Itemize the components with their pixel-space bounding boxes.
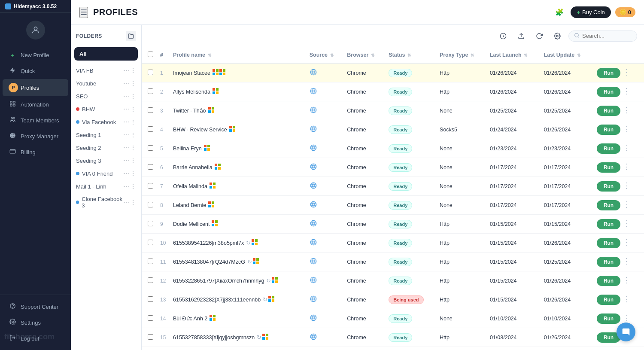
more-options-button[interactable]: ⋮ <box>622 86 632 96</box>
run-button[interactable]: Run <box>597 313 620 324</box>
more-icon[interactable]: ⋮ <box>130 119 136 125</box>
more-options-button[interactable]: ⋮ <box>622 313 632 323</box>
more-icon[interactable]: ⋮ <box>130 170 136 177</box>
sidebar-item-automation[interactable]: Automation <box>3 97 68 112</box>
avatar[interactable] <box>26 21 45 40</box>
row-checkbox[interactable] <box>148 88 153 94</box>
search-input[interactable] <box>582 33 632 39</box>
more-options-button[interactable]: ⋮ <box>622 181 632 190</box>
more-options-button[interactable]: ⋮ <box>622 143 632 152</box>
sidebar-item-support[interactable]: Support Center <box>3 299 68 314</box>
run-button[interactable]: Run <box>597 106 620 116</box>
settings-table-button[interactable] <box>550 29 564 43</box>
folder-item[interactable]: Clone Facebook 3 ⋯ ⋮ <box>71 193 141 212</box>
more-icon[interactable]: ⋮ <box>130 93 136 100</box>
col-source[interactable]: Source ⇅ <box>306 47 344 63</box>
run-button[interactable]: Run <box>597 276 620 286</box>
more-icon[interactable]: ⋮ <box>130 157 136 164</box>
share-icon[interactable]: ⋯ <box>123 157 129 164</box>
select-all-checkbox[interactable] <box>148 52 153 57</box>
row-checkbox[interactable] <box>148 315 153 321</box>
share-icon[interactable]: ⋯ <box>123 80 129 87</box>
row-checkbox[interactable] <box>148 70 153 75</box>
folder-all[interactable]: All <box>74 47 138 61</box>
row-checkbox[interactable] <box>148 259 153 264</box>
analytics-button[interactable] <box>496 29 510 43</box>
hamburger-button[interactable]: ☰ <box>79 7 88 18</box>
more-icon[interactable]: ⋮ <box>130 131 136 138</box>
share-icon[interactable]: ⋯ <box>123 183 129 190</box>
col-profile-name[interactable]: Profile name ⇅ <box>170 47 306 63</box>
share-icon[interactable]: ⋯ <box>123 144 129 151</box>
run-button[interactable]: Run <box>597 162 620 173</box>
more-options-button[interactable]: ⋮ <box>622 200 632 209</box>
folder-item[interactable]: BHW ⋯ ⋮ <box>71 103 141 116</box>
row-checkbox[interactable] <box>148 107 153 113</box>
more-options-button[interactable]: ⋮ <box>622 237 632 247</box>
run-button[interactable]: Run <box>597 295 620 305</box>
folder-item[interactable]: Seeding 2 ⋯ ⋮ <box>71 141 141 154</box>
run-button[interactable]: Run <box>597 125 620 135</box>
run-button[interactable]: Run <box>597 257 620 267</box>
more-options-button[interactable]: ⋮ <box>622 294 632 304</box>
row-checkbox[interactable] <box>148 296 153 302</box>
share-icon[interactable]: ⋯ <box>123 119 129 125</box>
add-folder-button[interactable] <box>126 31 136 41</box>
row-checkbox[interactable] <box>148 202 153 207</box>
sidebar-item-new-profile[interactable]: + New Profile <box>3 48 68 63</box>
more-icon[interactable]: ⋮ <box>130 183 136 190</box>
run-button[interactable]: Run <box>597 143 620 154</box>
buy-coin-button[interactable]: + Buy Coin <box>571 6 611 18</box>
run-button[interactable]: Run <box>597 181 620 192</box>
more-icon[interactable]: ⋮ <box>130 80 136 87</box>
share-icon[interactable]: ⋯ <box>123 131 129 138</box>
share-icon[interactable]: ⋯ <box>123 106 129 113</box>
folder-item[interactable]: VIA FB ⋯ ⋮ <box>71 64 141 77</box>
folder-item[interactable]: Seeding 1 ⋯ ⋮ <box>71 128 141 141</box>
export-button[interactable] <box>514 29 528 43</box>
row-checkbox[interactable] <box>148 240 153 245</box>
more-icon[interactable]: ⋮ <box>130 144 136 151</box>
row-checkbox[interactable] <box>148 277 153 283</box>
more-options-button[interactable]: ⋮ <box>622 162 632 171</box>
extensions-button[interactable]: 🧩 <box>553 6 566 19</box>
sidebar-item-proxy-manager[interactable]: Proxy Manager <box>3 128 68 144</box>
col-last-update[interactable]: Last Update ⇅ <box>541 47 593 63</box>
sidebar-item-profiles[interactable]: P Profiles <box>3 79 68 96</box>
run-button[interactable]: Run <box>597 200 620 210</box>
more-options-button[interactable]: ⋮ <box>622 105 632 115</box>
sidebar-item-team-members[interactable]: Team Members <box>3 113 68 128</box>
row-checkbox[interactable] <box>148 164 153 170</box>
more-icon[interactable]: ⋮ <box>130 106 136 113</box>
more-options-button[interactable]: ⋮ <box>622 124 632 134</box>
share-icon[interactable]: ⋯ <box>123 67 129 74</box>
more-icon[interactable]: ⋮ <box>130 67 136 74</box>
share-icon[interactable]: ⋯ <box>123 170 129 177</box>
sidebar-item-logout[interactable]: Log out <box>3 331 68 346</box>
share-icon[interactable]: ⋯ <box>123 93 129 100</box>
folder-item[interactable]: Mail 1 - Linh ⋯ ⋮ <box>71 180 141 193</box>
folder-item[interactable]: Youtube ⋯ ⋮ <box>71 77 141 90</box>
share-icon[interactable]: ⋯ <box>123 199 129 206</box>
folder-item[interactable]: VIA 0 Friend ⋯ ⋮ <box>71 167 141 180</box>
col-last-launch[interactable]: Last Launch ⇅ <box>486 47 541 63</box>
col-status[interactable]: Status ⇅ <box>385 47 436 63</box>
refresh-button[interactable] <box>532 29 546 43</box>
row-checkbox[interactable] <box>148 145 153 151</box>
col-browser[interactable]: Browser ⇅ <box>343 47 385 63</box>
folder-item[interactable]: SEO ⋯ ⋮ <box>71 90 141 103</box>
more-options-button[interactable]: ⋮ <box>622 219 632 228</box>
folder-item[interactable]: Seeding 3 ⋯ ⋮ <box>71 154 141 167</box>
chat-button[interactable] <box>617 323 635 341</box>
row-checkbox[interactable] <box>148 126 153 132</box>
more-icon[interactable]: ⋮ <box>130 199 136 206</box>
more-options-button[interactable]: ⋮ <box>622 67 632 77</box>
sidebar-item-quick[interactable]: Quick <box>3 63 68 79</box>
more-options-button[interactable]: ⋮ <box>622 275 632 285</box>
folder-item[interactable]: Via Facebook ⋯ ⋮ <box>71 116 141 128</box>
row-checkbox[interactable] <box>148 183 153 189</box>
run-button[interactable]: Run <box>597 238 620 248</box>
run-button[interactable]: Run <box>597 87 620 97</box>
more-options-button[interactable]: ⋮ <box>622 256 632 266</box>
run-button[interactable]: Run <box>597 68 620 78</box>
